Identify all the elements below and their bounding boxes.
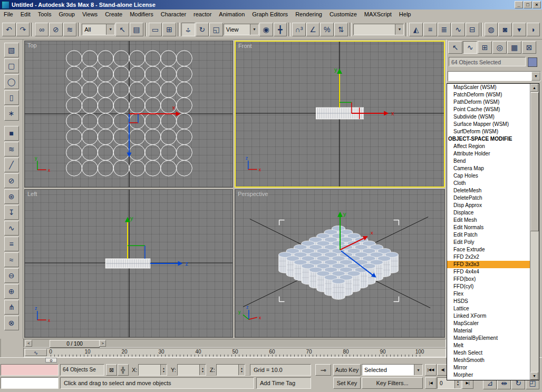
modifier-item[interactable]: FFD 3x3x3	[447, 261, 530, 268]
modifier-item[interactable]: Point Cache (WSM)	[447, 106, 530, 113]
modifier-item[interactable]: MeshSmooth	[447, 357, 530, 364]
set-key-button[interactable]: Set Key	[333, 377, 361, 389]
tab-modify[interactable]: ∿	[463, 41, 477, 54]
chevron-down-icon[interactable]: ▼	[414, 365, 422, 375]
reference-coordinate-system-combo[interactable]: View▼	[224, 24, 259, 35]
chevron-down-icon[interactable]: ▼	[106, 24, 114, 35]
modifier-item[interactable]: HSDS	[447, 298, 530, 305]
modifier-item[interactable]: DeletePatch	[447, 194, 530, 202]
modifier-item[interactable]: Attribute Holder	[447, 150, 530, 158]
menu-views[interactable]: Views	[79, 9, 101, 19]
solid-box-button[interactable]: ■	[4, 126, 19, 141]
x-coordinate-field[interactable]: ▴▾	[138, 364, 167, 376]
viewport-left-label[interactable]: Left	[27, 191, 37, 197]
pushpin-button[interactable]: ↧	[4, 205, 19, 220]
chevron-down-icon[interactable]: ▼	[531, 72, 540, 81]
menu-animation[interactable]: Animation	[215, 9, 248, 19]
menu-file[interactable]: File	[0, 9, 17, 19]
undo-button[interactable]: ↶	[2, 23, 16, 36]
y-coordinate-field[interactable]: ▴▾	[177, 364, 206, 376]
modifier-item[interactable]: Edit Normals	[447, 224, 530, 231]
modifier-item[interactable]: Cloth	[447, 180, 530, 187]
modifier-item[interactable]: Affect Region	[447, 143, 530, 150]
modifier-item[interactable]: FFD(box)	[447, 276, 530, 283]
y-spinner[interactable]: ▴▾	[199, 365, 206, 375]
material-editor-button[interactable]: ◍	[485, 23, 498, 36]
x-spinner[interactable]: ▴▾	[160, 365, 167, 375]
modifier-item[interactable]: Flex	[447, 290, 530, 298]
tab-motion[interactable]: ◎	[492, 41, 507, 54]
shaded-view-button[interactable]: ▧	[4, 43, 19, 57]
align-button[interactable]: ≡	[423, 23, 437, 36]
modifier-item[interactable]: Face Extrude	[447, 246, 530, 253]
select-and-rotate-button[interactable]: ↻	[196, 23, 209, 36]
render-scene-button[interactable]: ◙	[498, 23, 512, 36]
scroll-down-icon[interactable]: ▼	[530, 372, 538, 380]
menu-create[interactable]: Create	[101, 9, 126, 19]
modifier-item[interactable]: FFD(cyl)	[447, 283, 530, 290]
menu-character[interactable]: Character	[157, 9, 190, 19]
star-shape-button[interactable]: ∗	[4, 106, 19, 121]
modifier-item[interactable]: Camera Map	[447, 165, 530, 172]
modifier-item[interactable]: FFD 4x4x4	[447, 268, 530, 276]
select-and-move-button[interactable]: ↔↕	[181, 23, 195, 36]
viewport-perspective[interactable]: yxzxy Perspective	[235, 189, 445, 338]
maximize-button[interactable]: □	[524, 1, 532, 8]
mini-curve-editor-button[interactable]: ∿	[25, 349, 47, 356]
menu-maxscript[interactable]: MAXScript	[361, 9, 395, 19]
spinner-down-icon[interactable]: ▾	[163, 370, 164, 373]
rectangular-selection-region-button[interactable]: ▭	[149, 23, 162, 36]
render-type-button[interactable]: ▾	[512, 23, 526, 36]
sphere-primitive-button[interactable]: ◯	[4, 74, 19, 89]
go-to-start-button[interactable]: |◀◀	[425, 364, 437, 376]
menu-modifiers[interactable]: Modifiers	[126, 9, 157, 19]
figure-button[interactable]: ⊕	[4, 284, 19, 299]
modifier-item[interactable]: Lattice	[447, 305, 530, 312]
add-time-tag-field[interactable]: Add Time Tag	[256, 377, 311, 389]
lock-selection-button[interactable]: ⊠	[106, 364, 117, 376]
macro-recorder-field[interactable]	[1, 364, 59, 376]
menu-group[interactable]: Group	[55, 9, 79, 19]
percent-snap-button[interactable]: %	[320, 23, 334, 36]
viewport-top-label[interactable]: Top	[27, 42, 37, 48]
play-backwards-button[interactable]: |◀	[425, 377, 437, 389]
use-pivot-point-center-button[interactable]: ◉	[259, 23, 273, 36]
menu-help[interactable]: Help	[395, 9, 415, 19]
modifier-item[interactable]: MapScaler (WSM)	[447, 84, 530, 91]
modifier-item[interactable]: Bend	[447, 158, 530, 165]
layers-button[interactable]: ≡	[4, 237, 19, 251]
menu-customize[interactable]: Customize	[326, 9, 361, 19]
viewport-front-label[interactable]: Front	[238, 43, 252, 49]
minimize-button[interactable]: _	[515, 1, 523, 8]
disk-stack-button[interactable]: ≋	[4, 142, 19, 156]
selection-filter-combo[interactable]: All▼	[82, 24, 115, 35]
modifier-item[interactable]: MaterialByElement	[447, 335, 530, 342]
select-and-link-button[interactable]: ∞	[35, 23, 49, 36]
spinner-snap-button[interactable]: ⇅	[334, 23, 348, 36]
dropdown-scrollbar[interactable]: ▲ ▼	[530, 84, 539, 380]
menu-rendering[interactable]: Rendering	[292, 9, 326, 19]
script-listener-field[interactable]	[1, 377, 59, 389]
select-by-name-button[interactable]: ▤	[130, 23, 143, 36]
schematic-view-button[interactable]: ⊟	[466, 23, 479, 36]
scrollbar-thumb[interactable]	[530, 92, 539, 231]
modifier-item[interactable]: Edit Poly	[447, 239, 530, 246]
select-and-scale-button[interactable]: ◱	[209, 23, 223, 36]
modifier-item[interactable]: FFD 2x2x2	[447, 253, 530, 261]
object-name-field[interactable]: 64 Objects Selected	[449, 57, 526, 66]
time-slider[interactable]: < 0 / 100 >	[23, 339, 446, 348]
menu-reactor[interactable]: reactor	[190, 9, 215, 19]
spline-button[interactable]: ╱	[4, 158, 19, 172]
viewport-left[interactable]: yzzx Left	[24, 189, 233, 338]
set-keys-button[interactable]: ⊸	[315, 364, 331, 376]
modifier-item[interactable]: Surface Mapper (WSM)	[447, 121, 530, 128]
absolute-offset-toggle-button[interactable]: ╬	[118, 364, 129, 376]
unlink-selection-button[interactable]: ⊘	[49, 23, 63, 36]
select-and-manipulate-button[interactable]: ╋	[274, 23, 287, 36]
modifier-item[interactable]: PathDeform (WSM)	[447, 99, 530, 106]
select-object-button[interactable]: ↖	[115, 23, 129, 36]
key-filters-button[interactable]: Key Filters...	[362, 377, 423, 389]
time-slider-thumb[interactable]: 0 / 100	[50, 340, 100, 348]
gear-button[interactable]: ⊛	[4, 189, 19, 204]
waves-button[interactable]: ≈	[4, 252, 19, 267]
